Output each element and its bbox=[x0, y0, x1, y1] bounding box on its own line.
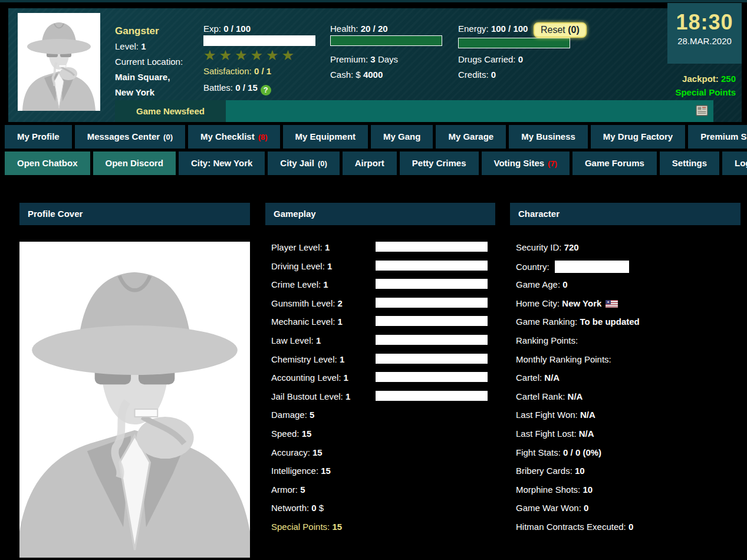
level-progress-bar bbox=[376, 261, 488, 271]
stat-row-gunsmith-level: Gunsmith Level: 2 bbox=[271, 298, 495, 317]
nav-tab-voting-sites[interactable]: Voting Sites(7) bbox=[482, 151, 570, 175]
nav-tab-messages-center[interactable]: Messages Center(0) bbox=[75, 125, 185, 149]
nav-tab-open-discord[interactable]: Open Discord bbox=[93, 151, 176, 175]
nav-tab-my-garage[interactable]: My Garage bbox=[436, 125, 506, 149]
gameplay-stats-list: Player Level: 1Driving Level: 1Crime Lev… bbox=[271, 242, 495, 540]
nav-tab-game-forums[interactable]: Game Forums bbox=[572, 151, 657, 175]
character-stats-list: Security ID: 720Country: Game Age: 0Home… bbox=[516, 242, 741, 540]
health-stat: Health: 20 / 20 bbox=[330, 24, 388, 34]
stat-row-game-age: Game Age: 0 bbox=[516, 279, 741, 298]
level-progress-bar bbox=[376, 354, 488, 364]
game-page: Gangster Level: 1 Current Location: Main… bbox=[0, 0, 747, 560]
stat-row-speed: Speed: 15 bbox=[271, 428, 495, 447]
stat-row-home-city: Home City: New York★ bbox=[516, 298, 741, 317]
stat-row-accuracy: Accuracy: 15 bbox=[271, 447, 495, 466]
nav-tab-my-drug-factory[interactable]: My Drug Factory bbox=[591, 125, 685, 149]
stat-row-game-ranking: Game Ranking: To be updated bbox=[516, 316, 741, 335]
clock-time: 18:30 bbox=[667, 10, 742, 35]
stat-row-law-level: Law Level: 1 bbox=[271, 335, 495, 354]
stat-row-last-fight-lost: Last Fight Lost: N/A bbox=[516, 428, 741, 447]
level-progress-bar bbox=[376, 279, 488, 289]
level-progress-bar bbox=[376, 391, 488, 401]
question-icon[interactable]: ? bbox=[261, 85, 271, 95]
health-bar bbox=[330, 35, 442, 46]
stat-row-armor: Armor: 5 bbox=[271, 484, 495, 503]
profile-cover-panel-header: Profile Cover bbox=[19, 203, 250, 225]
nav-tab-my-gang[interactable]: My Gang bbox=[371, 125, 433, 149]
game-clock: 18:30 28.MAR.2020 bbox=[667, 3, 742, 64]
nav-tab-city-new-york[interactable]: City: New York bbox=[179, 151, 265, 175]
main-nav-row1: My ProfileMessages Center(0)My Checklist… bbox=[5, 125, 747, 149]
energy-stat: Energy: 100 / 100 bbox=[458, 24, 528, 34]
nav-tab-my-equipment[interactable]: My Equipment bbox=[283, 125, 368, 149]
nav-tab-settings[interactable]: Settings bbox=[660, 151, 719, 175]
nav-tab-logout[interactable]: Logout bbox=[722, 151, 747, 175]
character-panel-header: Character bbox=[510, 203, 741, 225]
level-progress-bar bbox=[376, 242, 488, 252]
player-level: Level: 1 bbox=[115, 39, 183, 54]
current-location-label: Current Location: bbox=[115, 54, 183, 70]
reset-button[interactable]: Reset (0) bbox=[534, 22, 587, 38]
stat-row-mechanic-level: Mechanic Level: 1 bbox=[271, 316, 495, 335]
current-location-line1: Main Square, bbox=[115, 70, 183, 85]
stat-row-networth: Networth: 0 $ bbox=[271, 502, 495, 521]
nav-tab-petty-crimes[interactable]: Petty Crimes bbox=[400, 151, 479, 175]
svg-text:★: ★ bbox=[607, 300, 610, 304]
stat-row-damage: Damage: 5 bbox=[271, 409, 495, 428]
battles-stat: Battles: 0 / 15? bbox=[203, 83, 271, 95]
player-header: Gangster Level: 1 Current Location: Main… bbox=[8, 8, 742, 122]
current-location-line2: New York bbox=[115, 85, 183, 100]
stat-row-ranking-points: Ranking Points: bbox=[516, 335, 741, 354]
clock-date: 28.MAR.2020 bbox=[667, 36, 742, 46]
satisfaction-stat: Satisfaction: 0 / 1 bbox=[203, 66, 271, 76]
energy-bar bbox=[458, 38, 570, 48]
us-flag-icon: ★ bbox=[606, 299, 618, 311]
newspaper-icon[interactable] bbox=[695, 103, 710, 118]
jackpot-info: Jackpot: 250 Special Points bbox=[675, 72, 736, 99]
nav-tab-my-profile[interactable]: My Profile bbox=[5, 125, 72, 149]
nav-tab-my-checklist[interactable]: My Checklist(8) bbox=[188, 125, 280, 149]
gangster-cover-image bbox=[19, 242, 250, 558]
drugs-carried-stat: Drugs Carried: 0 bbox=[458, 54, 523, 64]
level-progress-bar bbox=[376, 372, 488, 382]
stat-row-country: Country: bbox=[516, 261, 741, 279]
stat-row-last-fight-won: Last Fight Won: N/A bbox=[516, 409, 741, 428]
premium-stat: Premium: 3 Days bbox=[330, 54, 398, 64]
player-name: Gangster bbox=[115, 24, 183, 39]
gameplay-panel-header: Gameplay bbox=[265, 203, 495, 225]
nav-tab-premium-shop[interactable]: Premium Shop bbox=[688, 125, 747, 149]
player-avatar bbox=[18, 13, 100, 111]
gangster-avatar-image bbox=[18, 13, 100, 111]
stat-row-crime-level: Crime Level: 1 bbox=[271, 279, 495, 298]
stat-row-fight-stats: Fight Stats: 0 / 0 (0%) bbox=[516, 447, 741, 466]
top-border bbox=[0, 0, 747, 2]
stat-row-monthly-ranking-points: Monthly Ranking Points: bbox=[516, 354, 741, 373]
nav-tab-city-jail[interactable]: City Jail(0) bbox=[268, 151, 339, 175]
level-progress-bar bbox=[376, 298, 488, 308]
stat-row-driving-level: Driving Level: 1 bbox=[271, 261, 495, 279]
stat-row-special-points: Special Points: 15 bbox=[271, 521, 495, 540]
exp-bar bbox=[203, 35, 315, 46]
cash-stat: Cash: $ 4000 bbox=[330, 70, 383, 80]
exp-stat: Exp: 0 / 100 bbox=[203, 24, 251, 34]
main-nav-row2: Open ChatboxOpen DiscordCity: New YorkCi… bbox=[5, 151, 747, 175]
stat-row-chemistry-level: Chemistry Level: 1 bbox=[271, 354, 495, 373]
level-progress-bar bbox=[376, 335, 488, 345]
nav-tab-my-business[interactable]: My Business bbox=[509, 125, 588, 149]
credits-stat: Credits: 0 bbox=[458, 70, 496, 80]
level-progress-bar bbox=[376, 316, 488, 326]
country-hidden-box bbox=[555, 261, 629, 273]
profile-cover-image bbox=[19, 242, 250, 558]
stat-row-jail-bustout-level: Jail Bustout Level: 1 bbox=[271, 391, 495, 410]
newsfeed-tab[interactable]: Game Newsfeed bbox=[115, 100, 226, 122]
stat-row-security-id: Security ID: 720 bbox=[516, 242, 741, 261]
nav-tab-airport[interactable]: Airport bbox=[343, 151, 397, 175]
nav-tab-open-chatbox[interactable]: Open Chatbox bbox=[5, 151, 90, 175]
stat-row-morphine-shots: Morphine Shots: 10 bbox=[516, 484, 741, 503]
satisfaction-stars: ★★★★★★ bbox=[203, 47, 297, 64]
newsfeed-bar: Game Newsfeed bbox=[115, 100, 713, 122]
stat-row-intelligence: Intelligence: 15 bbox=[271, 465, 495, 484]
player-identity: Gangster Level: 1 Current Location: Main… bbox=[115, 24, 183, 100]
stat-row-cartel: Cartel: N/A bbox=[516, 372, 741, 391]
stat-row-game-war-won: Game War Won: 0 bbox=[516, 502, 741, 521]
